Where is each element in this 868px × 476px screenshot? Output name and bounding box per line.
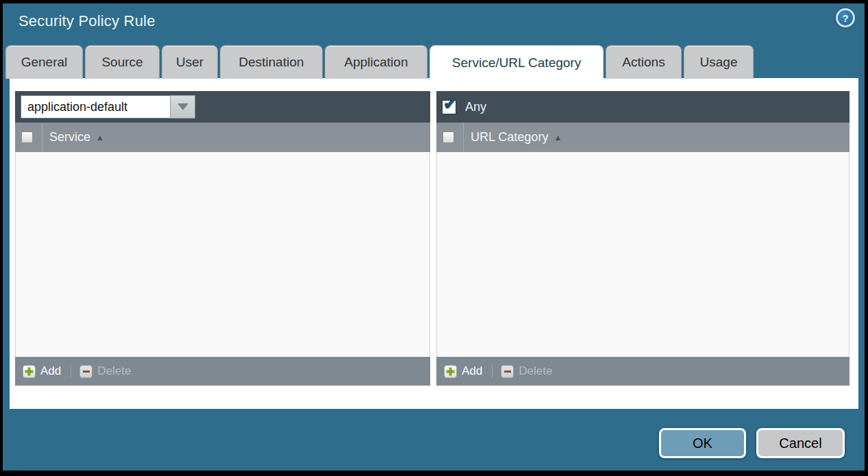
any-checkbox-label[interactable]: Any	[465, 100, 486, 114]
service-panel-header: application-default	[15, 91, 430, 123]
cancel-button[interactable]: Cancel	[756, 428, 845, 458]
url-category-panel-header: ✔ Any	[436, 91, 850, 123]
help-icon-glyph: ?	[842, 12, 848, 24]
url-category-panel: ✔ Any URL Category ▲ Add Delete	[436, 91, 850, 386]
plus-icon	[444, 365, 457, 378]
service-type-dropdown[interactable]: application-default	[21, 95, 195, 118]
service-table-body[interactable]	[15, 152, 430, 357]
url-category-table-body[interactable]	[436, 152, 850, 357]
tab-actions[interactable]: Actions	[606, 45, 682, 79]
minus-icon	[501, 365, 514, 378]
service-select-all-checkbox[interactable]	[21, 131, 33, 143]
url-category-column-label[interactable]: URL Category	[471, 130, 548, 145]
tab-usage[interactable]: Usage	[684, 45, 754, 79]
sort-asc-icon[interactable]: ▲	[554, 133, 562, 142]
service-column-label[interactable]: Service	[49, 130, 90, 145]
dialog-title: Security Policy Rule	[18, 12, 156, 30]
service-add-button[interactable]: Add	[23, 364, 61, 378]
any-checkbox[interactable]: ✔	[442, 100, 456, 114]
tab-source[interactable]: Source	[85, 45, 160, 79]
service-panel: application-default Service ▲ Add	[15, 91, 430, 386]
service-panel-footer: Add Delete	[15, 357, 430, 386]
plus-icon	[23, 365, 36, 378]
tab-bar: General Source User Destination Applicat…	[5, 45, 754, 79]
url-category-panel-footer: Add Delete	[436, 357, 850, 386]
service-delete-button[interactable]: Delete	[79, 364, 131, 378]
url-category-add-button[interactable]: Add	[444, 364, 482, 378]
service-type-dropdown-button[interactable]	[170, 95, 195, 118]
tab-destination[interactable]: Destination	[220, 45, 323, 79]
column-divider	[42, 123, 42, 152]
footer-divider	[492, 364, 493, 378]
tab-general[interactable]: General	[5, 45, 83, 79]
chevron-down-icon	[177, 103, 188, 110]
tab-service-url-category[interactable]: Service/URL Category	[430, 45, 604, 79]
url-category-column-header: URL Category ▲	[436, 123, 850, 152]
tab-content-area: application-default Service ▲ Add	[10, 78, 858, 409]
url-category-select-all-checkbox[interactable]	[443, 131, 454, 143]
tab-application[interactable]: Application	[325, 45, 427, 79]
service-type-value[interactable]: application-default	[21, 95, 170, 118]
url-category-delete-button[interactable]: Delete	[501, 364, 552, 378]
service-column-header: Service ▲	[15, 123, 430, 152]
help-icon[interactable]: ?	[836, 8, 855, 27]
minus-icon	[79, 365, 92, 378]
ok-button[interactable]: OK	[659, 428, 746, 458]
footer-divider	[71, 364, 71, 378]
security-policy-rule-dialog: Security Policy Rule ? General Source Us…	[3, 3, 865, 471]
sort-asc-icon[interactable]: ▲	[96, 133, 104, 142]
tab-user[interactable]: User	[162, 45, 218, 79]
checkmark-icon: ✔	[443, 95, 457, 114]
column-divider	[463, 123, 464, 152]
